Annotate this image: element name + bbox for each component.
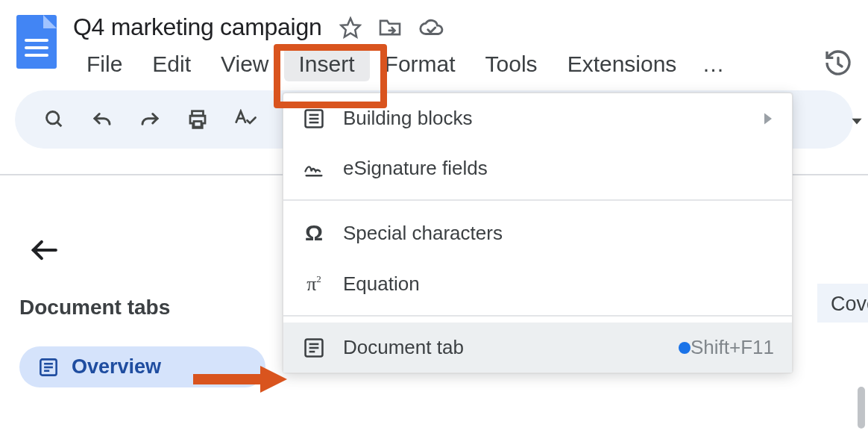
document-tabs-sidebar: Document tabs Overview: [0, 239, 283, 387]
submenu-chevron-icon: [762, 111, 774, 126]
sidebar-tab-label: Overview: [72, 355, 161, 379]
print-icon[interactable]: [177, 103, 218, 136]
menu-item-label: Document tab: [343, 336, 665, 359]
menu-insert[interactable]: Insert: [284, 47, 370, 81]
search-icon[interactable]: [34, 103, 75, 136]
menu-item-special-characters[interactable]: Ω Special characters: [283, 207, 792, 259]
insert-menu-dropdown: Building blocks eSignature fields Ω Spec…: [283, 93, 793, 373]
esignature-icon: [298, 159, 330, 178]
menu-tools[interactable]: Tools: [471, 47, 553, 81]
menu-item-label: Special characters: [343, 222, 774, 245]
move-folder-icon[interactable]: [378, 18, 402, 37]
doc-tab-icon: [298, 337, 330, 358]
cloud-saved-icon[interactable]: [418, 18, 444, 37]
menu-item-equation[interactable]: π2 Equation: [283, 259, 792, 309]
star-icon[interactable]: [339, 16, 362, 39]
version-history-icon[interactable]: [823, 48, 853, 78]
doc-title[interactable]: Q4 marketing campaign: [72, 12, 323, 43]
toolbar-overflow-icon[interactable]: [849, 113, 865, 129]
menu-file[interactable]: File: [72, 47, 137, 81]
menu-format[interactable]: Format: [370, 47, 471, 81]
menu-item-esignature-fields[interactable]: eSignature fields: [283, 143, 792, 193]
undo-icon[interactable]: [82, 103, 122, 136]
sidebar-tab-overview[interactable]: Overview: [19, 346, 265, 387]
spellcheck-icon[interactable]: [225, 103, 265, 136]
docs-logo[interactable]: [16, 15, 57, 69]
back-arrow-icon[interactable]: [30, 239, 283, 261]
scrollbar-thumb[interactable]: [858, 387, 865, 429]
svg-marker-15: [764, 113, 772, 124]
menu-item-label: Equation: [343, 272, 774, 296]
menubar: File Edit View Insert Format Tools Exten…: [72, 47, 861, 81]
menu-edit[interactable]: Edit: [137, 47, 206, 81]
omega-icon: Ω: [298, 220, 330, 246]
redo-icon[interactable]: [130, 103, 170, 136]
svg-point-1: [47, 112, 59, 124]
svg-line-2: [57, 122, 62, 127]
new-feature-dot: [679, 342, 691, 354]
doc-tab-icon: [39, 358, 58, 377]
svg-rect-4: [194, 122, 201, 128]
menu-item-building-blocks[interactable]: Building blocks: [283, 93, 792, 143]
menu-item-document-tab[interactable]: Document tab Shift+F11: [283, 323, 792, 373]
menu-more[interactable]: …: [691, 47, 737, 81]
menu-item-label: Building blocks: [343, 107, 762, 130]
svg-marker-5: [852, 119, 861, 125]
menu-view[interactable]: View: [206, 47, 283, 81]
building-blocks-icon: [298, 108, 330, 129]
sidebar-heading: Document tabs: [19, 296, 283, 320]
svg-marker-0: [342, 18, 360, 37]
pi-icon: π2: [298, 273, 330, 296]
menu-item-label: eSignature fields: [343, 157, 774, 180]
menu-extensions[interactable]: Extensions: [553, 47, 692, 81]
cover-stub: Cove: [817, 284, 868, 323]
menu-item-shortcut: Shift+F11: [691, 336, 774, 359]
